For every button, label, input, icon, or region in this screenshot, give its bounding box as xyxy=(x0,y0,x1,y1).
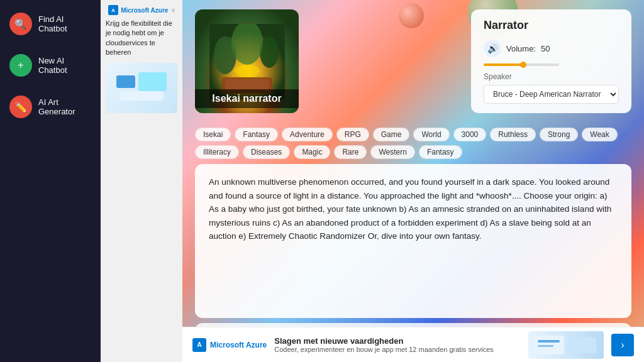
azure-label-sidebar: Microsoft Azure xyxy=(121,7,168,14)
volume-icon: 🔊 xyxy=(484,40,501,57)
svg-rect-0 xyxy=(116,75,135,88)
tag-magic[interactable]: Magic xyxy=(294,145,330,159)
story-panel: An unknown multiverse phenomenon occurre… xyxy=(195,164,631,318)
sidebar-item-art-generator[interactable]: ✏️ AI Art Generator xyxy=(0,96,101,118)
tag-rare[interactable]: Rare xyxy=(334,145,367,159)
ad-sidebar: A Microsoft Azure x Krijg de flexibilite… xyxy=(101,0,182,362)
svg-rect-1 xyxy=(138,72,167,91)
tag-diseases[interactable]: Diseases xyxy=(243,145,290,159)
bottom-ad-title: Slagen met nieuwe vaardigheden xyxy=(274,336,521,346)
find-chatbot-icon[interactable]: 🔍 xyxy=(9,13,32,35)
volume-slider[interactable] xyxy=(484,63,559,66)
bottom-ad-subtitle: Codeer, experimenteer en bouw je app met… xyxy=(274,346,521,353)
tag-illiteracy[interactable]: Illiteracy xyxy=(195,145,239,159)
tag-ruthless[interactable]: Ruthless xyxy=(490,128,536,141)
tag-game[interactable]: Game xyxy=(373,128,410,141)
ad-body-text: Krijg de flexibiliteit die je nodig hebt… xyxy=(106,19,177,58)
bottom-ad-content: Slagen met nieuwe vaardigheden Codeer, e… xyxy=(274,336,521,353)
bottom-ad-cta-button[interactable]: › xyxy=(611,334,634,356)
svg-rect-11 xyxy=(568,337,596,353)
chatbot-avatar: Isekai narrator xyxy=(195,9,299,113)
bottom-ad-logo: A Microsoft Azure xyxy=(192,338,267,352)
ad-image xyxy=(106,63,177,113)
new-chatbot-label: New AI Chatbot xyxy=(38,56,91,75)
art-generator-icon[interactable]: ✏️ xyxy=(9,96,32,118)
tags-area: IsekaiFantasyAdventureRPGGameWorld3000Ru… xyxy=(182,123,644,164)
tag-weak[interactable]: Weak xyxy=(582,128,617,141)
narrator-panel: Narrator 🔊 Volume: 50 Speaker Bruce - De… xyxy=(471,9,631,113)
new-chatbot-icon[interactable]: + xyxy=(9,54,32,77)
ad-label: x xyxy=(172,7,175,13)
tag-adventure[interactable]: Adventure xyxy=(282,128,333,141)
ad-header: A Microsoft Azure x xyxy=(108,5,175,15)
azure-text-label: Microsoft Azure xyxy=(210,341,267,349)
svg-point-9 xyxy=(235,65,260,77)
art-generator-label: AI Art Generator xyxy=(38,97,91,116)
azure-square-icon: A xyxy=(192,338,206,352)
story-text: An unknown multiverse phenomenon occurre… xyxy=(209,175,618,243)
svg-rect-2 xyxy=(119,91,164,101)
tag-strong[interactable]: Strong xyxy=(540,128,578,141)
azure-logo-sidebar: A xyxy=(108,5,118,15)
svg-rect-8 xyxy=(225,79,269,90)
volume-row: 🔊 Volume: 50 xyxy=(484,40,619,57)
speaker-label: Speaker xyxy=(484,72,619,81)
sidebar: 🔍 Find AI Chatbot + New AI Chatbot ✏️ AI… xyxy=(0,0,101,362)
bottom-ad-banner: A Microsoft Azure Slagen met nieuwe vaar… xyxy=(182,327,644,362)
tag-rpg[interactable]: RPG xyxy=(336,128,369,141)
tag-world[interactable]: World xyxy=(413,128,449,141)
svg-rect-12 xyxy=(538,340,560,343)
tag-western[interactable]: Western xyxy=(370,145,414,159)
speaker-select[interactable]: Bruce - Deep American Narrator Sarah - F… xyxy=(484,85,619,104)
tag-3000[interactable]: 3000 xyxy=(453,128,487,141)
header-area: Isekai narrator Narrator 🔊 Volume: 50 xyxy=(182,0,644,123)
find-chatbot-label: Find AI Chatbot xyxy=(38,14,91,33)
main-content: Isekai narrator Narrator 🔊 Volume: 50 xyxy=(182,0,644,362)
tag-fantasy[interactable]: Fantasy xyxy=(419,145,462,159)
volume-label-text: Volume: xyxy=(506,44,536,53)
volume-value: 50 xyxy=(541,44,550,53)
content-wrapper: Isekai narrator Narrator 🔊 Volume: 50 xyxy=(182,0,644,362)
narrator-panel-title: Narrator xyxy=(484,19,619,32)
volume-thumb[interactable] xyxy=(520,62,526,68)
sidebar-item-new-chatbot[interactable]: + New AI Chatbot xyxy=(0,54,101,77)
svg-rect-13 xyxy=(538,345,553,347)
tag-fantasy[interactable]: Fantasy xyxy=(235,128,278,141)
sidebar-item-find-chatbot[interactable]: 🔍 Find AI Chatbot xyxy=(0,13,101,35)
volume-fill xyxy=(484,63,521,66)
chatbot-title: Isekai narrator xyxy=(195,89,299,108)
volume-slider-container[interactable] xyxy=(484,63,619,72)
tag-isekai[interactable]: Isekai xyxy=(195,128,231,141)
bottom-ad-image xyxy=(528,331,604,359)
